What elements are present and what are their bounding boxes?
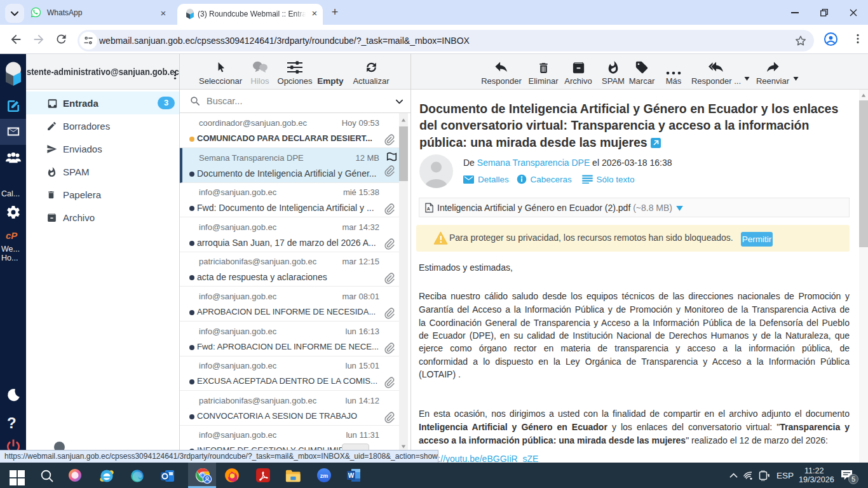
svg-text:W: W — [348, 472, 355, 479]
svg-text:zm: zm — [320, 473, 329, 479]
svg-text:A: A — [427, 207, 430, 211]
